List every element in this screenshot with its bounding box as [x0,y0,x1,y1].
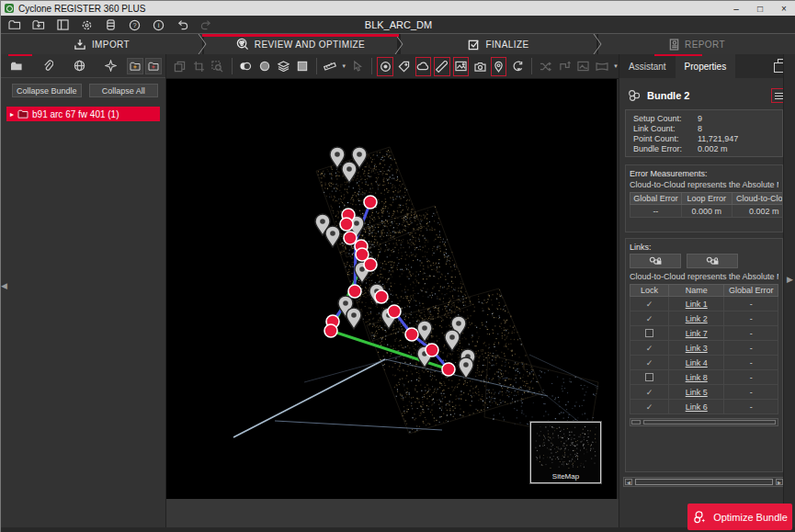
redo-icon[interactable] [196,17,216,33]
crop-icon[interactable] [191,57,208,76]
target-pin-icon[interactable] [346,308,361,329]
workflow-step-report[interactable]: REPORT [598,34,795,54]
lock-check-icon[interactable]: ✓ [646,402,653,412]
copy-icon[interactable] [172,57,188,76]
point-cloud-icon[interactable] [415,57,432,76]
flat-view-icon[interactable] [294,57,311,76]
point-colors-icon[interactable] [238,57,255,76]
target-pin-icon[interactable] [417,321,432,342]
chevron-separator-icon [392,34,407,54]
tab-properties[interactable]: Properties [676,54,736,78]
select-cursor-icon[interactable] [349,57,366,76]
geotags-pin-icon[interactable] [491,57,507,76]
measure-tool-icon[interactable] [323,57,339,76]
about-icon[interactable]: i [148,17,168,33]
panorama-icon[interactable] [594,57,610,76]
maximize-button[interactable]: □ [748,1,772,16]
setup-markers-icon[interactable] [377,57,393,76]
labels-tag-icon[interactable] [396,57,413,76]
shuffle-links-icon[interactable] [538,57,554,76]
setup-marker[interactable] [388,305,401,318]
setup-marker[interactable] [324,324,337,337]
setup-marker[interactable] [364,196,377,209]
tab-assistant[interactable]: Assistant [619,54,676,78]
orbit-icon[interactable] [509,57,526,76]
web-tab-globe-icon[interactable] [63,54,95,78]
lock-check-icon[interactable]: ✓ [646,314,653,323]
import-project-icon[interactable] [28,17,49,33]
active-tab-indicator [654,54,702,56]
image-frame-icon[interactable] [575,57,592,76]
target-pin-icon[interactable] [445,330,460,351]
settings-gear-icon[interactable] [76,17,97,33]
project-tab[interactable]: BLK_ARC_DM [365,19,432,30]
field-label: Point Count: [633,134,698,143]
path-icon[interactable] [556,57,573,76]
project-explorer-tab-folder-icon[interactable] [1,54,32,78]
lock-checkbox[interactable] [645,329,653,337]
link-name[interactable]: Link 8 [686,373,708,382]
optimize-bundle-button[interactable]: Optimize Bundle [687,504,792,530]
close-button[interactable]: × [772,1,795,16]
open-project-icon[interactable] [5,17,25,33]
link-name[interactable]: Link 5 [686,388,708,397]
lock-check-icon[interactable]: ✓ [646,300,653,309]
tags-tab-spark-icon[interactable] [95,54,126,78]
collapse-left-panel-arrow-icon[interactable]: ◀ [1,281,7,290]
camera-icon[interactable] [471,57,488,76]
setup-marker[interactable] [364,258,377,271]
link-name[interactable]: Link 3 [686,344,708,353]
bundle-tree-item[interactable]: ▸ b91 arc 67 fw 401 (1) [6,107,160,121]
setup-marker[interactable] [442,363,455,376]
storage-icon[interactable] [100,17,120,33]
add-folder-alt-icon[interactable] [145,58,162,74]
scroll-left-arrow-icon[interactable]: ◀ [625,479,632,485]
setup-marker[interactable] [348,285,361,298]
link-row: ✓Link 3- [630,341,778,356]
sitemap-overlay[interactable]: SiteMap [530,422,601,483]
undo-icon[interactable] [172,17,192,33]
attachments-tab-paperclip-icon[interactable] [32,54,63,78]
point-cloud-viewport[interactable]: SiteMap [166,79,617,499]
link-name[interactable]: Link 1 [686,300,708,309]
setup-marker[interactable] [405,328,418,341]
lock-checkbox[interactable] [645,373,653,381]
workflow-step-finalize[interactable]: FINALIZE [401,34,596,54]
link-name[interactable]: Link 2 [686,314,708,323]
minimize-button[interactable]: – [724,1,748,16]
measure-dropdown-icon[interactable]: ▼ [341,63,346,69]
manage-panels-icon[interactable] [52,17,73,33]
collapse-bundle-button[interactable]: Collapse Bundle [12,84,82,97]
links-horizontal-scrollbar[interactable] [630,418,778,426]
link-name[interactable]: Link 6 [686,402,708,412]
unlock-links-button[interactable] [687,254,738,268]
expand-arrow-icon[interactable]: ▸ [10,110,14,119]
measurements-icon[interactable] [434,57,450,76]
add-folder-icon[interactable] [127,58,143,74]
panel-horizontal-scrollbar[interactable]: ◀ ▶ [623,477,785,487]
workflow-step-import[interactable]: IMPORT [1,34,202,54]
setup-marker[interactable] [426,344,438,357]
target-pin-icon[interactable] [459,357,473,379]
lock-links-button[interactable] [630,254,681,268]
setup-marker[interactable] [340,218,353,231]
workflow-step-review-optimize[interactable]: REVIEW AND OPTIMIZE [204,34,397,54]
collapse-all-button[interactable]: Collapse All [89,84,159,97]
target-pin-icon[interactable] [342,162,357,183]
link-name[interactable]: Link 7 [686,329,708,338]
images-icon[interactable] [453,57,470,76]
zoom-region-icon[interactable] [210,57,226,76]
lock-check-icon[interactable]: ✓ [646,358,653,368]
intensity-icon[interactable] [256,57,273,76]
scroll-right-arrow-icon[interactable]: ▶ [776,479,783,485]
setup-marker[interactable] [375,290,388,303]
layers-icon[interactable] [276,57,292,76]
help-icon[interactable]: ? [124,17,144,33]
link-name[interactable]: Link 4 [686,358,708,368]
link-row: Link 8- [630,370,778,385]
collapse-right-panel-arrow-icon[interactable]: ▶ [787,275,793,284]
lock-check-icon[interactable]: ✓ [646,388,653,397]
target-pin-icon[interactable] [325,226,340,247]
lock-check-icon[interactable]: ✓ [646,344,653,353]
setup-marker[interactable] [344,232,357,244]
